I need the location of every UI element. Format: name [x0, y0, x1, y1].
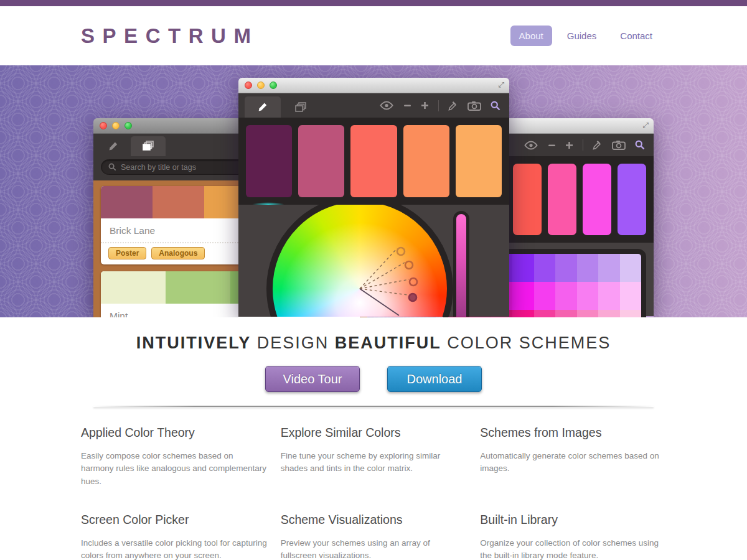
preview-eye-icon[interactable]: [524, 141, 538, 150]
site-logo: SPECTRUM: [81, 24, 259, 48]
intro-section: INTUITIVELY DESIGN BEAUTIFUL COLOR SCHEM…: [0, 317, 747, 560]
feature-body: Automatically generate color schemes bas…: [480, 450, 666, 475]
color-swatch[interactable]: [618, 164, 646, 235]
window-toolbar: [238, 93, 509, 118]
headline: INTUITIVELY DESIGN BEAUTIFUL COLOR SCHEM…: [0, 334, 747, 353]
window-titlebar: ⤢: [238, 78, 509, 93]
video-tour-button[interactable]: Video Tour: [265, 366, 360, 392]
color-swatch[interactable]: [246, 125, 292, 197]
editor-tab[interactable]: [245, 96, 281, 118]
matrix-cell[interactable]: [620, 254, 641, 282]
feature-explore-similar-colors: Explore Similar Colors Fine tune your sc…: [281, 426, 467, 488]
close-icon[interactable]: [245, 82, 252, 89]
remove-color-icon[interactable]: [548, 141, 556, 149]
matrix-cell[interactable]: [620, 310, 641, 317]
download-button[interactable]: Download: [387, 366, 482, 392]
library-tab[interactable]: [131, 136, 166, 156]
matrix-cell[interactable]: [534, 282, 555, 310]
resize-icon[interactable]: ⤢: [642, 121, 649, 129]
matrix-cell[interactable]: [555, 254, 576, 282]
nav-guides[interactable]: Guides: [558, 26, 606, 46]
headline-word: BEAUTIFUL: [335, 334, 441, 352]
feature-body: Preview your schemes using an array of f…: [281, 537, 467, 560]
library-layers-icon[interactable]: [287, 98, 314, 118]
matrix-cell[interactable]: [620, 282, 641, 310]
matrix-cell[interactable]: [512, 310, 533, 317]
layers-icon: [142, 141, 154, 152]
app-window-editor: ⤢: [238, 78, 509, 317]
feature-title: Explore Similar Colors: [281, 426, 467, 440]
main-nav: About Guides Contact: [510, 26, 661, 46]
color-swatch[interactable]: [583, 164, 611, 235]
matrix-cell[interactable]: [598, 254, 619, 282]
search-icon: [108, 163, 116, 171]
close-icon[interactable]: [100, 122, 107, 129]
feature-body: Organize your collection of color scheme…: [480, 537, 666, 560]
search-placeholder: Search by title or tags: [121, 163, 196, 172]
minimize-icon[interactable]: [112, 122, 120, 129]
brightness-slider[interactable]: [453, 211, 469, 317]
preview-eye-icon[interactable]: [379, 101, 394, 110]
zoom-icon[interactable]: [125, 122, 132, 129]
color-wheel-area: [238, 205, 509, 317]
magnifier-icon[interactable]: [491, 101, 500, 111]
top-accent-bar: [0, 0, 747, 6]
eyedropper-icon[interactable]: [593, 140, 603, 150]
matrix-cell[interactable]: [555, 282, 576, 310]
tag-pill[interactable]: Poster: [108, 247, 146, 259]
strip-color: [166, 271, 230, 304]
color-wheel[interactable]: [266, 205, 453, 317]
features-grid: Applied Color Theory Easily compose colo…: [81, 426, 666, 560]
tag-pill[interactable]: Analogous: [151, 247, 205, 259]
eyedropper-icon[interactable]: [448, 101, 458, 111]
toolbar-separator: [438, 100, 439, 111]
color-swatch[interactable]: [350, 125, 397, 197]
strip-color: [101, 186, 153, 218]
add-color-icon[interactable]: [565, 141, 573, 149]
matrix-cell[interactable]: [577, 254, 598, 282]
matrix-cell[interactable]: [577, 282, 598, 310]
color-swatch[interactable]: [403, 125, 449, 197]
matrix-cell[interactable]: [598, 310, 619, 317]
feature-body: Includes a versatile color picking tool …: [81, 537, 267, 560]
feature-title: Scheme Visualizations: [281, 513, 467, 527]
color-swatch[interactable]: [298, 125, 344, 197]
color-swatch[interactable]: [456, 125, 502, 197]
resize-icon[interactable]: ⤢: [498, 80, 504, 89]
camera-icon[interactable]: [612, 140, 626, 150]
magnifier-icon[interactable]: [635, 140, 645, 150]
hero-banner: Search by title or tags Brick Lane Poste…: [0, 65, 747, 317]
section-divider: [93, 406, 654, 407]
feature-title: Applied Color Theory: [81, 426, 267, 440]
feature-title: Screen Color Picker: [81, 513, 267, 527]
toolbar-separator: [583, 139, 583, 151]
headline-word: INTUITIVELY: [136, 334, 251, 352]
camera-icon[interactable]: [467, 101, 481, 111]
headline-word: DESIGN: [251, 334, 335, 352]
feature-built-in-library: Built-in Library Organize your collectio…: [480, 513, 666, 560]
feature-screen-color-picker: Screen Color Picker Includes a versatile…: [81, 513, 267, 560]
matrix-cell[interactable]: [534, 254, 555, 282]
feature-title: Schemes from Images: [480, 426, 666, 440]
nav-contact[interactable]: Contact: [611, 26, 661, 46]
cta-row: Video Tour Download: [0, 366, 747, 392]
minimize-icon[interactable]: [257, 82, 265, 89]
matrix-cell[interactable]: [512, 254, 533, 282]
matrix-cell[interactable]: [534, 310, 555, 317]
color-swatch[interactable]: [513, 164, 542, 235]
color-swatch[interactable]: [548, 164, 576, 235]
feature-scheme-visualizations: Scheme Visualizations Preview your schem…: [281, 513, 467, 560]
matrix-cell[interactable]: [512, 282, 533, 310]
matrix-cell[interactable]: [598, 282, 619, 310]
feature-schemes-from-images: Schemes from Images Automatically genera…: [480, 426, 666, 488]
matrix-cell[interactable]: [577, 310, 598, 317]
matrix-cell[interactable]: [555, 310, 576, 317]
feature-applied-color-theory: Applied Color Theory Easily compose colo…: [81, 426, 267, 488]
nav-about[interactable]: About: [510, 26, 552, 46]
remove-color-icon[interactable]: [403, 101, 411, 110]
edit-pencil-icon[interactable]: [100, 136, 127, 156]
zoom-icon[interactable]: [270, 82, 277, 89]
feature-body: Fine tune your scheme by exploring simil…: [281, 450, 467, 475]
add-color-icon[interactable]: [421, 101, 429, 110]
feature-title: Built-in Library: [480, 513, 666, 527]
